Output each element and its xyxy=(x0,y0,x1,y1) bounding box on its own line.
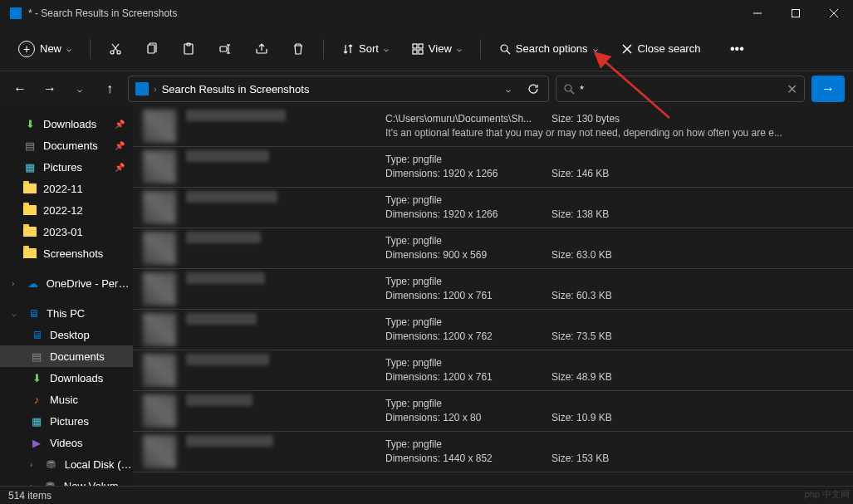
chevron-down-icon: ⌵ xyxy=(384,44,389,53)
result-row[interactable]: Type: pngfile Dimensions: 1920 x 1266Siz… xyxy=(133,188,853,228)
close-icon xyxy=(621,43,633,55)
result-name xyxy=(186,191,385,203)
result-row[interactable]: Type: pngfile Dimensions: 1440 x 852Size… xyxy=(133,432,853,472)
sidebar-item[interactable]: ♪Music xyxy=(0,389,133,410)
clear-search-button[interactable]: ✕ xyxy=(787,81,797,97)
result-row[interactable]: Type: pngfile Dimensions: 1200 x 761Size… xyxy=(133,350,853,391)
search-bar[interactable]: ✕ xyxy=(556,76,805,102)
address-bar[interactable]: › Search Results in Screenshots ⌵ xyxy=(128,76,549,102)
result-details: Type: pngfile Dimensions: 1200 x 761Size… xyxy=(385,272,843,301)
sidebar-item-label: 2022-12 xyxy=(43,204,83,217)
up-button[interactable]: ↑ xyxy=(98,77,121,100)
result-row[interactable]: C:\Users\omuru\Documents\Sh...Size: 130 … xyxy=(133,106,853,147)
view-icon xyxy=(412,43,424,55)
close-button[interactable] xyxy=(815,0,853,27)
sidebar-item-label: 2022-11 xyxy=(43,183,83,195)
copy-button[interactable] xyxy=(137,34,167,64)
rename-button[interactable] xyxy=(210,34,240,64)
result-thumbnail xyxy=(143,354,176,387)
sidebar-item[interactable]: ▦Pictures xyxy=(0,410,133,432)
sidebar-item[interactable]: ⬇Downloads xyxy=(0,367,133,389)
close-search-button[interactable]: Close search xyxy=(613,37,709,60)
result-thumbnail xyxy=(143,313,176,346)
new-button[interactable]: + New ⌵ xyxy=(10,36,80,62)
sidebar-item-label: Documents xyxy=(50,350,105,363)
result-row[interactable]: Type: pngfile Dimensions: 900 x 569Size:… xyxy=(133,228,853,269)
chevron-down-icon: ⌵ xyxy=(66,44,71,53)
maximize-button[interactable] xyxy=(777,0,815,27)
pin-icon: 📌 xyxy=(115,120,125,129)
sidebar-item[interactable]: Screenshots xyxy=(0,242,133,264)
separator xyxy=(323,39,324,59)
close-search-label: Close search xyxy=(638,42,701,55)
result-size: Size: 73.5 KB xyxy=(552,330,612,342)
result-name xyxy=(186,150,385,162)
paste-button[interactable] xyxy=(174,34,203,64)
sidebar-item-label: Desktop xyxy=(50,329,90,341)
chevron-down-icon: ⌵ xyxy=(457,44,462,53)
sidebar-item[interactable]: ›☁OneDrive - Person xyxy=(0,272,133,294)
search-icon xyxy=(563,83,575,95)
sidebar-item[interactable]: ›⛃New Volume (D: xyxy=(0,475,133,486)
share-button[interactable] xyxy=(247,34,277,64)
minimize-button[interactable] xyxy=(738,0,777,27)
more-button[interactable]: ••• xyxy=(722,34,752,64)
result-type: Type: pngfile xyxy=(385,154,552,165)
result-details: Type: pngfile Dimensions: 120 x 80Size: … xyxy=(385,394,843,423)
sort-button[interactable]: Sort ⌵ xyxy=(334,37,397,60)
result-dimensions: Dimensions: 900 x 569 xyxy=(385,249,552,261)
separator xyxy=(90,39,91,59)
refresh-button[interactable] xyxy=(522,77,545,100)
sidebar-item[interactable]: 2022-11 xyxy=(0,178,133,199)
result-type: Type: pngfile xyxy=(385,438,552,450)
result-row[interactable]: Type: pngfile Dimensions: 1200 x 761Size… xyxy=(133,269,853,310)
svg-rect-15 xyxy=(413,44,417,48)
result-details: C:\Users\omuru\Documents\Sh...Size: 130 … xyxy=(385,110,843,139)
result-row[interactable]: Type: pngfile Dimensions: 120 x 80Size: … xyxy=(133,391,853,432)
result-dimensions: Dimensions: 1920 x 1266 xyxy=(385,168,552,179)
statusbar: 514 items xyxy=(0,486,853,504)
result-details: Type: pngfile Dimensions: 1920 x 1266Siz… xyxy=(385,150,843,179)
pin-icon: 📌 xyxy=(115,141,125,150)
search-options-label: Search options xyxy=(516,42,588,55)
recent-button[interactable]: ⌵ xyxy=(68,77,91,100)
sidebar-item[interactable]: ⬇Downloads📌 xyxy=(0,113,133,135)
result-dimensions: Dimensions: 1200 x 761 xyxy=(385,290,552,301)
pin-icon: 📌 xyxy=(115,163,125,172)
search-input[interactable] xyxy=(580,83,782,95)
result-name xyxy=(186,394,385,406)
sidebar-item[interactable]: 2022-12 xyxy=(0,199,133,221)
navbar: ← → ⌵ ↑ › Search Results in Screenshots … xyxy=(0,71,853,106)
sidebar-item[interactable]: ▶Videos xyxy=(0,432,133,453)
sidebar-item[interactable]: ▤Documents📌 xyxy=(0,135,133,156)
back-button[interactable]: ← xyxy=(8,77,32,100)
sidebar-item[interactable]: ⌵🖥This PC xyxy=(0,302,133,324)
result-dimensions: Dimensions: 1200 x 762 xyxy=(385,330,552,342)
result-thumbnail xyxy=(143,150,176,183)
result-size: Size: 130 bytes xyxy=(552,113,620,125)
svg-rect-17 xyxy=(413,50,417,54)
forward-button[interactable]: → xyxy=(38,77,61,100)
delete-button[interactable] xyxy=(283,34,313,64)
sidebar-item[interactable]: ▤Documents xyxy=(0,345,133,367)
sidebar-item[interactable]: ▦Pictures📌 xyxy=(0,156,133,178)
result-size: Size: 146 KB xyxy=(552,168,609,179)
result-row[interactable]: Type: pngfile Dimensions: 1200 x 762Size… xyxy=(133,310,853,350)
address-dropdown-button[interactable]: ⌵ xyxy=(497,77,520,100)
search-go-button[interactable]: → xyxy=(811,76,845,102)
sidebar-item[interactable]: 🖥Desktop xyxy=(0,324,133,345)
result-dimensions: Dimensions: 1440 x 852 xyxy=(385,453,552,464)
result-row[interactable]: Type: pngfile Dimensions: 1920 x 1266Siz… xyxy=(133,147,853,188)
svg-point-23 xyxy=(565,85,571,91)
result-name xyxy=(186,110,385,121)
cut-button[interactable] xyxy=(100,34,130,64)
sidebar: ⬇Downloads📌▤Documents📌▦Pictures📌2022-112… xyxy=(0,106,133,486)
view-button[interactable]: View ⌵ xyxy=(404,37,470,60)
separator xyxy=(480,39,481,59)
sidebar-item[interactable]: 2023-01 xyxy=(0,221,133,242)
item-count: 514 items xyxy=(8,490,51,502)
window-icon xyxy=(10,7,22,19)
sidebar-item[interactable]: ›⛃Local Disk (C:) xyxy=(0,453,133,475)
sidebar-item-label: Documents xyxy=(43,139,98,152)
search-options-button[interactable]: Search options ⌵ xyxy=(491,37,606,60)
